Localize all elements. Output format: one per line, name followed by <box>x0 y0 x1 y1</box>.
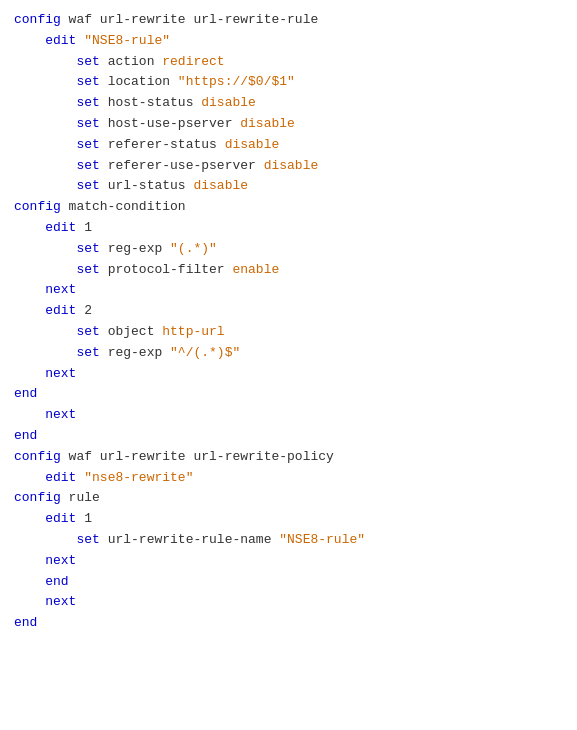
code-line: end <box>14 426 563 447</box>
code-line: edit "NSE8-rule" <box>14 31 563 52</box>
code-line: config waf url-rewrite url-rewrite-rule <box>14 10 563 31</box>
code-line: next <box>14 405 563 426</box>
code-line: set protocol-filter enable <box>14 260 563 281</box>
code-line: set reg-exp "^/(.*)$" <box>14 343 563 364</box>
code-line: set url-status disable <box>14 176 563 197</box>
kw-token: edit <box>45 303 76 318</box>
kw-token: set <box>76 262 99 277</box>
val-token: disable <box>225 137 280 152</box>
code-line: config waf url-rewrite url-rewrite-polic… <box>14 447 563 468</box>
val-token: redirect <box>162 54 224 69</box>
kw-token: set <box>76 54 99 69</box>
kw-token: set <box>76 95 99 110</box>
kw-token: edit <box>45 470 76 485</box>
kw-token: set <box>76 241 99 256</box>
kw-token: set <box>76 74 99 89</box>
code-line: next <box>14 280 563 301</box>
code-line: set url-rewrite-rule-name "NSE8-rule" <box>14 530 563 551</box>
code-line: next <box>14 592 563 613</box>
kw-token: end <box>14 615 37 630</box>
str-token: "nse8-rewrite" <box>84 470 193 485</box>
kw-token: set <box>76 178 99 193</box>
str-token: "(.*)" <box>170 241 217 256</box>
kw-token: end <box>14 428 37 443</box>
str-token: "NSE8-rule" <box>84 33 170 48</box>
val-token: http-url <box>162 324 224 339</box>
kw-token: config <box>14 12 61 27</box>
kw-token: end <box>45 574 68 589</box>
kw-token: set <box>76 137 99 152</box>
val-token: disable <box>264 158 319 173</box>
kw-token: set <box>76 324 99 339</box>
code-block: config waf url-rewrite url-rewrite-rule … <box>14 10 563 634</box>
code-line: end <box>14 384 563 405</box>
code-line: set action redirect <box>14 52 563 73</box>
kw-token: next <box>45 282 76 297</box>
kw-token: next <box>45 407 76 422</box>
kw-token: end <box>14 386 37 401</box>
kw-token: next <box>45 594 76 609</box>
kw-token: set <box>76 116 99 131</box>
str-token: "^/(.*)$" <box>170 345 240 360</box>
val-token: disable <box>240 116 295 131</box>
code-line: end <box>14 572 563 593</box>
code-line: edit "nse8-rewrite" <box>14 468 563 489</box>
kw-token: edit <box>45 511 76 526</box>
kw-token: config <box>14 199 61 214</box>
code-line: next <box>14 364 563 385</box>
kw-token: set <box>76 158 99 173</box>
val-token: disable <box>201 95 256 110</box>
code-line: set reg-exp "(.*)" <box>14 239 563 260</box>
kw-token: set <box>76 532 99 547</box>
kw-token: next <box>45 366 76 381</box>
code-line: set object http-url <box>14 322 563 343</box>
code-line: set location "https://$0/$1" <box>14 72 563 93</box>
code-line: edit 1 <box>14 218 563 239</box>
kw-token: config <box>14 490 61 505</box>
kw-token: config <box>14 449 61 464</box>
code-line: set host-status disable <box>14 93 563 114</box>
code-line: set host-use-pserver disable <box>14 114 563 135</box>
kw-token: next <box>45 553 76 568</box>
str-token: "NSE8-rule" <box>279 532 365 547</box>
val-token: disable <box>193 178 248 193</box>
code-line: next <box>14 551 563 572</box>
code-line: set referer-status disable <box>14 135 563 156</box>
kw-token: edit <box>45 220 76 235</box>
code-line: edit 1 <box>14 509 563 530</box>
val-token: enable <box>232 262 279 277</box>
code-line: config rule <box>14 488 563 509</box>
kw-token: edit <box>45 33 76 48</box>
code-line: set referer-use-pserver disable <box>14 156 563 177</box>
code-line: edit 2 <box>14 301 563 322</box>
str-token: "https://$0/$1" <box>178 74 295 89</box>
code-line: config match-condition <box>14 197 563 218</box>
kw-token: set <box>76 345 99 360</box>
code-line: end <box>14 613 563 634</box>
